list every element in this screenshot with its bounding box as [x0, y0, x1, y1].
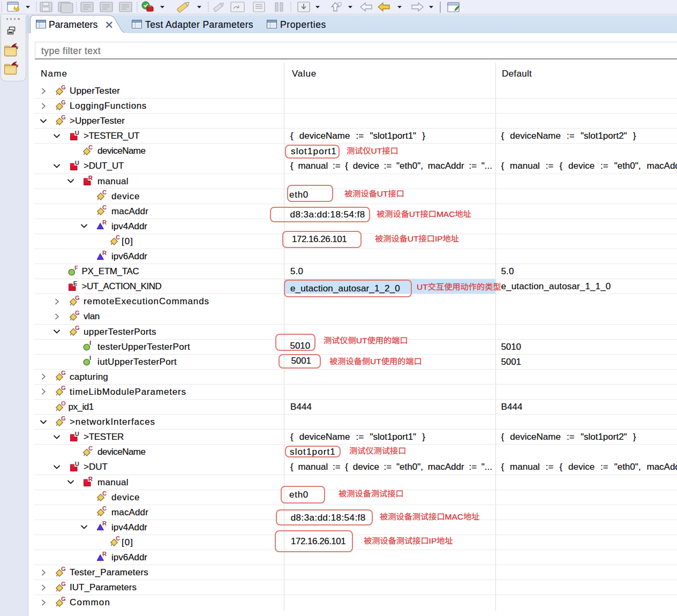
svg-text:UT: UT	[409, 209, 420, 219]
svg-text:G: G	[75, 311, 80, 316]
svg-text:R: R	[88, 175, 93, 181]
svg-text:UT: UT	[370, 357, 381, 366]
svg-text:UT: UT	[356, 336, 367, 345]
svg-text:UT: UT	[371, 146, 382, 155]
svg-text:U: U	[74, 130, 79, 136]
svg-text:C: C	[102, 205, 107, 211]
svg-text:IP: IP	[435, 234, 443, 243]
svg-text:C: C	[102, 506, 107, 512]
svg-text:U: U	[74, 461, 79, 467]
svg-text:G: G	[61, 567, 66, 572]
svg-text:UT: UT	[417, 282, 428, 291]
svg-text:C: C	[116, 536, 120, 542]
svg-text:I: I	[89, 356, 91, 361]
svg-text:MAC: MAC	[445, 512, 463, 521]
svg-text:R: R	[88, 476, 93, 482]
svg-text:IP: IP	[428, 536, 437, 545]
svg-text:G: G	[61, 416, 66, 422]
svg-text:C: C	[88, 145, 93, 151]
svg-text:F: F	[74, 266, 78, 271]
svg-text:UT: UT	[377, 189, 388, 198]
svg-text:R: R	[102, 552, 107, 557]
svg-text:G: G	[75, 296, 80, 301]
svg-text:R: R	[102, 521, 107, 527]
svg-text:U: U	[74, 160, 79, 166]
svg-text:I: I	[89, 341, 91, 346]
svg-text:C: C	[116, 235, 120, 241]
svg-text:E: E	[73, 281, 77, 287]
svg-text:G: G	[61, 582, 66, 587]
svg-text:G: G	[61, 115, 66, 121]
svg-text:O: O	[61, 401, 66, 407]
svg-text:G: G	[61, 597, 66, 602]
svg-text:G: G	[61, 85, 66, 91]
svg-text:UT: UT	[408, 234, 419, 243]
svg-text:R: R	[102, 251, 107, 256]
svg-text:G: G	[61, 100, 66, 106]
svg-text:C: C	[88, 446, 93, 452]
svg-text:C: C	[102, 491, 107, 497]
svg-text:U: U	[74, 431, 79, 437]
svg-text:G: G	[61, 386, 66, 391]
svg-text:C: C	[102, 190, 107, 196]
svg-text:R: R	[102, 220, 107, 226]
svg-text:G: G	[75, 326, 80, 331]
svg-text:G: G	[61, 371, 66, 376]
svg-text:MAC: MAC	[437, 209, 455, 219]
